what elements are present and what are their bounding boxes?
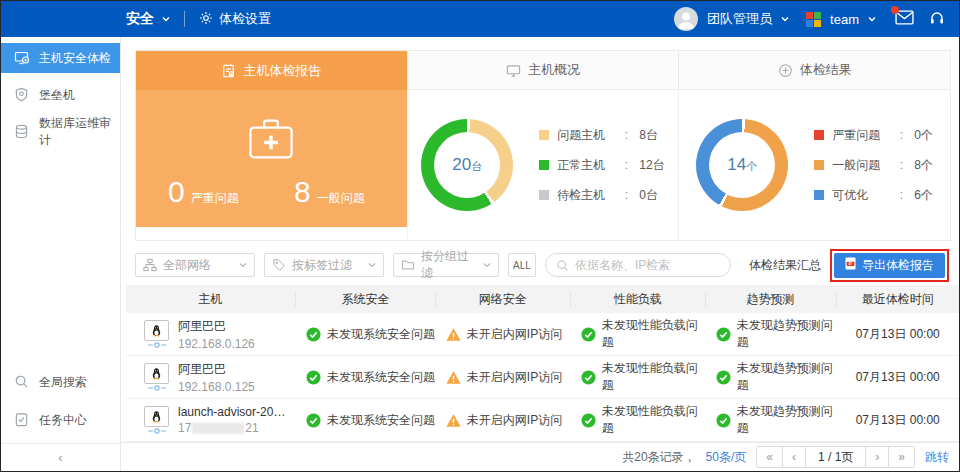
tab-label: 主机体检报告 <box>243 62 321 80</box>
tab-checkup-results[interactable]: 体检结果 <box>679 51 950 90</box>
jump-to-page-button[interactable]: 跳转 <box>925 449 949 466</box>
group-filter-select[interactable]: 按分组过滤 <box>393 253 499 277</box>
table-row[interactable]: launch-advisor-202... 1721 未发现系统安全问题 未开启… <box>126 399 959 442</box>
legend-item: 严重问题:0个 <box>814 127 933 144</box>
filter-bar: 全部网络 按标签过滤 按分组过滤 ALL <box>135 252 951 278</box>
database-icon <box>14 124 30 140</box>
chevron-down-icon[interactable] <box>781 15 789 23</box>
team-name[interactable]: team <box>830 12 859 27</box>
last-checkup-time: 07月13日 00:00 <box>837 369 959 386</box>
host-ip: 192.168.0.125 <box>178 380 255 394</box>
general-issues-count: 8 <box>294 177 311 207</box>
record-count: 共20条记录， <box>622 449 695 466</box>
messages-button[interactable] <box>895 10 914 28</box>
sidebar-item-global-search[interactable]: 全局搜索 <box>1 367 120 397</box>
export-report-button[interactable]: 导出体检报告 <box>834 253 945 278</box>
shield-icon <box>14 87 30 103</box>
status-text: 未开启内网IP访问 <box>467 369 562 386</box>
tag-icon <box>272 258 286 272</box>
logo-square-blue <box>806 20 813 27</box>
sidebar-item-db-audit[interactable]: 数据库运维审计 <box>1 117 120 147</box>
host-total-unit: 台 <box>471 159 482 174</box>
checkup-settings-button[interactable]: 体检设置 <box>199 10 271 28</box>
linux-host-icon <box>144 406 169 434</box>
search-input[interactable] <box>575 258 720 272</box>
host-ip: 192.168.0.126 <box>178 337 255 351</box>
status-text: 未发现性能负载问题 <box>602 317 706 351</box>
avatar[interactable] <box>674 7 698 31</box>
host-name-link[interactable]: 阿里巴巴 <box>178 318 255 335</box>
result-summary-label: 体检结果汇总 <box>749 257 821 274</box>
host-table: 主机 系统安全 网络安全 性能负载 趋势预测 最近体检时间 <box>126 285 959 442</box>
node-connector-icon <box>147 342 167 348</box>
issues-summary-card[interactable]: 0 严重问题 8 一般问题 <box>136 90 407 227</box>
annotation-highlight-box: 导出体检报告 <box>830 249 949 282</box>
col-header-last-checkup: 最近体检时间 <box>837 292 959 307</box>
last-page-button[interactable]: » <box>889 447 914 467</box>
check-ok-icon <box>716 413 731 428</box>
network-filter-value: 全部网络 <box>163 257 211 274</box>
sidebar-item-label: 主机安全体检 <box>39 50 111 67</box>
last-checkup-time: 07月13日 00:00 <box>837 412 959 429</box>
table-header: 主机 系统安全 网络安全 性能负载 趋势预测 最近体检时间 <box>126 285 959 313</box>
chevron-down-icon[interactable] <box>868 15 876 23</box>
warning-icon <box>446 327 461 342</box>
tag-filter-select[interactable]: 按标签过滤 <box>264 253 384 277</box>
check-ok-icon <box>581 370 596 385</box>
col-header-trend: 趋势预测 <box>706 292 837 307</box>
node-connector-icon <box>147 385 167 391</box>
sidebar-item-bastion-host[interactable]: 堡垒机 <box>1 80 120 110</box>
host-ip-redacted: 1721 <box>178 421 288 435</box>
severe-issues-stat: 0 严重问题 <box>168 177 239 207</box>
checkup-result-donut-chart: 14个 <box>696 119 788 211</box>
issues-total-unit: 个 <box>746 159 757 174</box>
headset-icon <box>929 10 945 26</box>
checkup-result-section: 14个 严重问题:0个 一般问题:8个 可优化:6个 <box>678 90 950 240</box>
product-switcher[interactable]: 安全 <box>126 10 170 28</box>
next-page-button[interactable]: › <box>866 447 889 467</box>
chevron-down-icon <box>239 261 247 269</box>
logo-square-green <box>814 12 821 19</box>
donut-center-label: 20台 <box>421 119 513 211</box>
first-page-button[interactable]: « <box>757 447 783 467</box>
legend-swatch <box>814 190 824 200</box>
table-row[interactable]: 阿里巴巴 192.168.0.125 未发现系统安全问题 未开启内网IP访问 未… <box>126 356 959 399</box>
legend-swatch <box>539 190 549 200</box>
host-name-link[interactable]: launch-advisor-202... <box>178 405 288 419</box>
legend-swatch <box>814 130 824 140</box>
penguin-icon <box>150 324 163 337</box>
search-box[interactable] <box>545 253 731 277</box>
check-ok-icon <box>306 327 321 342</box>
sidebar-collapse-button[interactable]: ‹ <box>1 443 120 471</box>
status-text: 未发现趋势预测问题 <box>737 360 837 394</box>
top-bar: 安全 体检设置 团队管理员 team <box>1 1 959 37</box>
host-name-link[interactable]: 阿里巴巴 <box>178 361 255 378</box>
status-text: 未开启内网IP访问 <box>467 412 562 429</box>
search-icon <box>556 259 569 272</box>
sidebar-item-task-center[interactable]: 任务中心 <box>1 405 120 435</box>
penguin-icon <box>150 410 163 423</box>
host-checkup-icon <box>14 50 30 66</box>
linux-host-icon <box>144 363 169 391</box>
prev-page-button[interactable]: ‹ <box>783 447 806 467</box>
sidebar-item-label: 任务中心 <box>39 412 87 429</box>
all-filter-button[interactable]: ALL <box>508 253 536 277</box>
pagination-footer: 共20条记录， 50条/页 « ‹ 1 / 1页 › » 跳转 <box>121 442 959 471</box>
sidebar-item-host-security-checkup[interactable]: 主机安全体检 <box>1 43 120 73</box>
host-total-value: 20 <box>452 155 471 175</box>
severe-issues-label: 严重问题 <box>191 190 239 207</box>
table-row[interactable]: 阿里巴巴 192.168.0.126 未发现系统安全问题 未开启内网IP访问 未… <box>126 313 959 356</box>
monitor-icon <box>506 63 521 78</box>
page-size-select[interactable]: 50条/页 <box>706 449 747 466</box>
tab-host-overview[interactable]: 主机概况 <box>408 51 680 90</box>
col-header-performance: 性能负载 <box>571 292 706 307</box>
user-name[interactable]: 团队管理员 <box>707 10 772 28</box>
legend-item: 一般问题:8个 <box>814 157 933 174</box>
check-ok-icon <box>306 413 321 428</box>
folder-icon <box>401 258 415 272</box>
support-button[interactable] <box>929 10 945 29</box>
tab-host-checkup-report[interactable]: 主机体检报告 <box>136 51 408 90</box>
status-text: 未发现性能负载问题 <box>602 403 706 437</box>
sidebar-item-label: 数据库运维审计 <box>39 115 120 149</box>
network-filter-select[interactable]: 全部网络 <box>135 253 255 277</box>
